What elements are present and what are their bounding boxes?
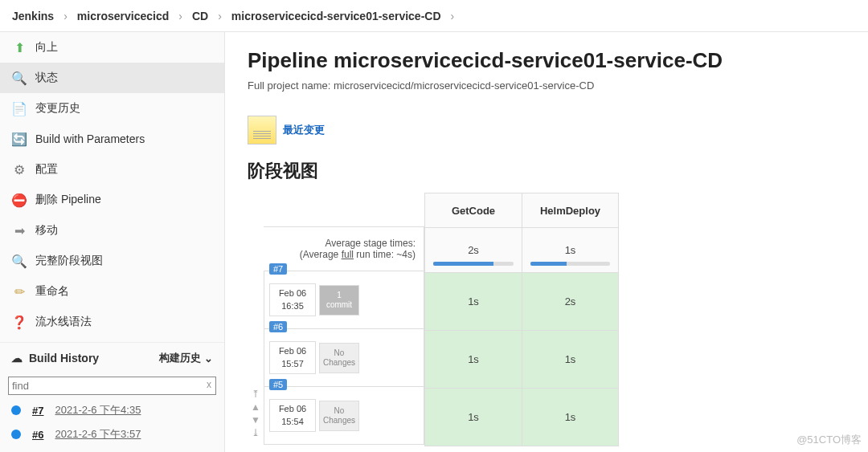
stage-cell[interactable]: 2s	[522, 272, 618, 330]
stage-cell[interactable]: 1s	[522, 330, 618, 388]
build-history-title-en: Build History	[29, 352, 99, 364]
build-history-row[interactable]: #72021-2-6 下午4:35	[0, 398, 224, 422]
sidebar-item-label: 向上	[35, 40, 58, 55]
find-wrap: x	[8, 377, 216, 395]
sidebar-item-label: Build with Parameters	[35, 132, 145, 145]
sidebar-item[interactable]: 📄变更历史	[0, 93, 224, 124]
arrow-bottom-icon[interactable]: ⤓	[252, 427, 260, 438]
sidebar-item-label: 流水线语法	[35, 315, 92, 329]
sidebar-icon: ❓	[11, 314, 27, 330]
stage-run-label[interactable]: #7Feb 0616:351commit	[264, 271, 424, 329]
watermark: @51CTO博客	[796, 433, 862, 447]
breadcrumb: Jenkins›microservicecicd›CD›microservice…	[0, 0, 868, 32]
chevron-right-icon: ›	[178, 10, 182, 22]
breadcrumb-item[interactable]: CD	[192, 10, 208, 22]
cloud-icon: ☁	[11, 352, 23, 364]
run-changes: 1commit	[319, 285, 359, 316]
breadcrumb-item[interactable]: Jenkins	[12, 10, 54, 22]
build-timestamp[interactable]: 2021-2-6 下午4:35	[55, 403, 141, 417]
sidebar-icon: ✏	[11, 283, 27, 299]
sidebar-item[interactable]: ➡移动	[0, 215, 224, 246]
sidebar-item[interactable]: 🔍完整阶段视图	[0, 246, 224, 276]
run-tag: #7	[269, 263, 287, 275]
run-time: Feb 0615:54	[269, 399, 316, 432]
page-title: Pipeline microservicecicd-service01-serv…	[248, 48, 845, 73]
build-history-header: ☁Build History 构建历史 ⌄	[0, 342, 224, 373]
stage-view-title: 阶段视图	[248, 159, 845, 183]
chevron-right-icon: ›	[218, 10, 222, 22]
stage-cell[interactable]: 1s	[425, 388, 522, 446]
stage-run-label[interactable]: #6Feb 0615:57NoChanges	[264, 329, 424, 387]
stage-header: HelmDeploy	[522, 193, 618, 227]
stage-cell[interactable]: 1s	[425, 272, 522, 330]
run-tag: #5	[269, 379, 287, 390]
stage-view: ⤒ ▲ ▼ ⤓ Average stage times:(Average ful…	[248, 193, 845, 446]
stage-cell[interactable]: 1s	[522, 388, 618, 446]
sidebar-item[interactable]: ⬆向上	[0, 32, 224, 63]
sidebar-icon: 🔍	[11, 70, 27, 86]
stage-avg-cell: 2s	[425, 227, 522, 272]
page-subtitle: Full project name: microservicecicd/micr…	[248, 79, 845, 92]
status-ball-icon	[11, 430, 21, 439]
sidebar-item-label: 重命名	[35, 284, 69, 299]
build-history-row[interactable]: #52021-2-6 下午3:54	[0, 446, 224, 452]
sidebar-item[interactable]: 🔍状态	[0, 63, 224, 93]
status-ball-icon	[11, 405, 21, 415]
sidebar-icon: 🔍	[11, 253, 27, 269]
build-number[interactable]: #7	[32, 405, 43, 417]
notepad-icon	[248, 116, 276, 145]
sidebar-icon: ⛔	[11, 192, 27, 208]
chevron-right-icon: ›	[63, 10, 68, 22]
build-history-row[interactable]: #62021-2-6 下午3:57	[0, 422, 224, 446]
sidebar-item-label: 删除 Pipeline	[35, 193, 101, 207]
sidebar: ⬆向上🔍状态📄变更历史🔄Build with Parameters⚙配置⛔删除 …	[0, 32, 225, 452]
scroll-arrows: ⤒ ▲ ▼ ⤓	[248, 193, 264, 446]
build-number[interactable]: #6	[32, 429, 43, 441]
recent-changes[interactable]: 最近变更	[248, 116, 845, 145]
run-changes: NoChanges	[319, 343, 359, 373]
run-changes: NoChanges	[319, 401, 359, 431]
stage-run-label[interactable]: #5Feb 0615:54NoChanges	[264, 387, 424, 445]
sidebar-item-label: 变更历史	[35, 101, 80, 116]
sidebar-item-label: 完整阶段视图	[35, 254, 103, 268]
stage-header: GetCode	[425, 193, 522, 227]
arrow-up-icon[interactable]: ▲	[251, 401, 260, 413]
sidebar-item-label: 配置	[35, 162, 58, 177]
sidebar-item[interactable]: ❓流水线语法	[0, 307, 224, 337]
chevron-down-icon[interactable]: ⌄	[204, 352, 213, 364]
sidebar-icon: ⬆	[11, 39, 27, 55]
avg-stage-label: Average stage times:(Average full run ti…	[264, 226, 424, 271]
sidebar-item-label: 移动	[35, 223, 58, 238]
stage-avg-cell: 1s	[522, 227, 618, 272]
arrow-down-icon[interactable]: ▼	[251, 414, 260, 426]
sidebar-item[interactable]: 🔄Build with Parameters	[0, 124, 224, 154]
recent-changes-link[interactable]: 最近变更	[283, 123, 325, 137]
chevron-right-icon: ›	[451, 10, 455, 22]
sidebar-item[interactable]: ✏重命名	[0, 276, 224, 307]
stage-cell[interactable]: 1s	[425, 330, 522, 388]
main-content: Pipeline microservicecicd-service01-serv…	[225, 32, 868, 452]
arrow-top-icon[interactable]: ⤒	[252, 389, 260, 400]
sidebar-icon: ⚙	[11, 161, 27, 177]
close-icon[interactable]: x	[207, 379, 211, 390]
build-timestamp[interactable]: 2021-2-6 下午3:57	[55, 427, 141, 442]
sidebar-icon: ➡	[11, 222, 27, 238]
run-time: Feb 0615:57	[269, 341, 316, 374]
sidebar-icon: 📄	[11, 100, 27, 116]
search-input[interactable]	[8, 377, 216, 395]
build-history-title-cn: 构建历史	[159, 351, 201, 365]
run-time: Feb 0616:35	[269, 283, 316, 316]
sidebar-item-label: 状态	[35, 71, 58, 85]
breadcrumb-item[interactable]: microservicecicd	[77, 10, 169, 22]
breadcrumb-item[interactable]: microservicecicd-service01-service-CD	[231, 10, 441, 22]
sidebar-item[interactable]: ⛔删除 Pipeline	[0, 185, 224, 215]
sidebar-item[interactable]: ⚙配置	[0, 154, 224, 185]
sidebar-icon: 🔄	[11, 131, 27, 147]
run-tag: #6	[269, 321, 287, 332]
